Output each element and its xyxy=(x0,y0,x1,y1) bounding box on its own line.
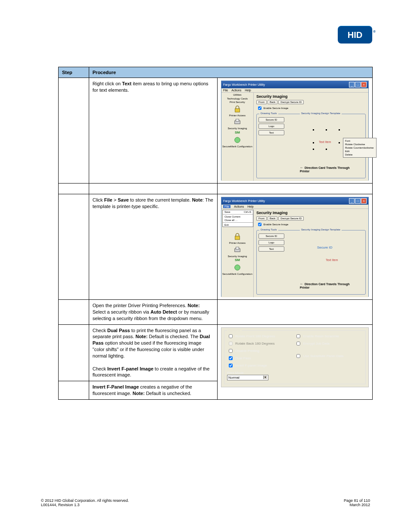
design-template-area[interactable]: Secure ID Text Item ← Direction Card Tra… xyxy=(300,241,363,292)
hid-logo: HID xyxy=(338,26,372,44)
menu-help[interactable]: Help xyxy=(247,205,253,208)
blank-shot xyxy=(217,184,372,194)
ctx-rotate-cw[interactable]: Rotate Clockwise xyxy=(344,143,375,146)
ctx-edit[interactable]: Edit xyxy=(344,149,375,153)
maximize-icon[interactable]: □ xyxy=(355,82,361,87)
tab-front[interactable]: Front xyxy=(256,216,267,221)
enable-secure-image[interactable]: Enable Secure Image xyxy=(256,223,288,226)
sm-icon: SM xyxy=(235,258,240,262)
menu-help[interactable]: Help xyxy=(245,89,251,92)
screenshot-9 xyxy=(217,300,372,325)
step-8: 8 xyxy=(59,194,89,300)
lock-icon xyxy=(234,233,241,240)
text: to store the current template. xyxy=(129,197,192,202)
drawing-tools-legend: Drawing Tools xyxy=(259,228,278,231)
sb-print-security[interactable]: Print Security xyxy=(230,101,245,104)
design-template-area[interactable]: Text Item Font Rotate Clockwise Rotate C… xyxy=(300,125,363,175)
footer-right: Page 81 of 110 March 2012 xyxy=(344,498,370,507)
ctx-font[interactable]: Font xyxy=(344,139,375,143)
text-bold: Dual Pass xyxy=(107,328,130,333)
opt-invert-fpanel[interactable]: Invert F-panel Image xyxy=(227,362,295,369)
print-mode-label: Print Mode xyxy=(227,371,363,375)
enable-secure-image[interactable]: Enable Secure Image xyxy=(256,107,288,109)
menubar: File Actions Help xyxy=(221,88,368,93)
sb-printer-access[interactable]: Printer Access xyxy=(229,114,246,117)
logo-button[interactable]: Logo xyxy=(258,240,284,245)
opt-enable-resin[interactable]: Enable Resin Scramble xyxy=(295,333,363,340)
opt-dual-pass[interactable]: Dual Pass xyxy=(227,355,295,362)
menu-actions[interactable]: Actions xyxy=(234,205,244,208)
select-value: Normal xyxy=(228,376,240,380)
text-button[interactable]: Text xyxy=(258,246,284,252)
text: Right click on xyxy=(93,81,122,86)
tab-decrypt[interactable]: Decrypt Secure ID xyxy=(278,216,304,221)
content-title: Security Imaging xyxy=(256,94,366,99)
screenshot-10-11: Options Rotate Front 180 Degrees Rotate … xyxy=(217,324,372,399)
blank-proc xyxy=(89,184,217,194)
text: Default is checked. The xyxy=(148,334,200,339)
text-button[interactable]: Text xyxy=(258,130,284,135)
template-legend: Security Imaging Design Template xyxy=(300,112,342,115)
sb-security-imaging[interactable]: Security Imaging xyxy=(228,127,247,130)
step-7: 7 xyxy=(59,78,89,184)
text: Click xyxy=(93,197,104,202)
file-save[interactable]: SaveCtrl+S xyxy=(223,210,253,214)
proc-7: Right click on Text item areas to bring … xyxy=(89,78,217,184)
text-bold: Invert F-panel Image xyxy=(107,366,153,371)
arrow-left-icon: ← xyxy=(300,165,304,170)
close-icon[interactable]: × xyxy=(361,198,367,204)
proc-9: Open the printer Driver Printing Prefere… xyxy=(89,300,217,325)
context-menu[interactable]: Font Rotate Clockwise Rotate Countercloc… xyxy=(343,138,377,158)
chk-label: Enable Secure Image xyxy=(264,107,289,109)
svg-point-3 xyxy=(235,137,240,143)
opt-disable-printing[interactable]: Disable Printing xyxy=(227,347,295,355)
opt-rotate-front[interactable]: Rotate Front 180 Degrees xyxy=(227,333,295,340)
file-close-current[interactable]: Close Current xyxy=(223,215,253,218)
sb-tech-cards[interactable]: Technology Cards xyxy=(227,97,248,100)
text-item-label: Text Item xyxy=(319,140,331,143)
file-dropdown[interactable]: SaveCtrl+S Close Current Close all … Exi… xyxy=(222,210,253,227)
menu-actions[interactable]: Actions xyxy=(231,89,241,92)
sb-securemark[interactable]: SecureMark Configuration xyxy=(222,273,252,276)
ctx-delete[interactable]: Delete xyxy=(344,153,375,156)
menu-file[interactable]: File xyxy=(223,89,228,92)
opt-use-substitute[interactable]: Use Substitute Panel Data xyxy=(295,352,363,360)
sm-icon: SM xyxy=(235,131,240,135)
file-close-all[interactable]: Close all … xyxy=(223,218,253,222)
proc-8: Click File > Save to store the current t… xyxy=(89,194,217,300)
tab-back[interactable]: Back xyxy=(268,216,277,221)
tab-back[interactable]: Back xyxy=(268,100,277,104)
secure-id-text: Secure ID xyxy=(317,246,333,249)
tab-front[interactable]: Front xyxy=(256,100,267,104)
menu-file-open[interactable]: File xyxy=(223,205,230,208)
svg-point-7 xyxy=(235,265,240,271)
minimize-icon[interactable]: _ xyxy=(349,198,355,204)
print-mode-select[interactable]: Normal ▾ xyxy=(227,375,268,380)
proc-11: Invert F-Panel Image creates a negative … xyxy=(89,381,217,400)
minimize-icon[interactable]: _ xyxy=(349,82,355,87)
sb-security-imaging[interactable]: Security Imaging xyxy=(228,255,247,258)
green-circle-icon xyxy=(234,136,241,144)
ctx-rotate-ccw[interactable]: Rotate Counterclockwise xyxy=(344,146,375,149)
text-bold: Note xyxy=(192,197,202,202)
secure-id-button[interactable]: Secure ID xyxy=(258,233,284,239)
window-controls: _ □ × xyxy=(349,82,367,87)
text-bold: File xyxy=(104,197,112,202)
header-procedure: Procedure xyxy=(89,67,372,78)
logo-button[interactable]: Logo xyxy=(258,124,284,129)
opt-encrypt-job[interactable]: Encrypt Job Data xyxy=(295,340,363,347)
step-procedure-table: Step Procedure 7 Right click on Text ite… xyxy=(58,67,373,400)
text: Default is unchecked. xyxy=(145,391,191,396)
close-icon[interactable]: × xyxy=(361,82,367,87)
secure-id-button[interactable]: Secure ID xyxy=(258,117,284,122)
maximize-icon[interactable]: □ xyxy=(355,198,361,204)
template-legend: Security Imaging Design Template xyxy=(300,228,342,231)
sb-utilities[interactable]: Utilities xyxy=(233,93,241,96)
file-exit[interactable]: Exit xyxy=(223,223,253,227)
tab-decrypt[interactable]: Decrypt Secure ID xyxy=(278,100,304,104)
sb-securemark[interactable]: SecureMark Configuration xyxy=(222,145,252,148)
opt-rotate-back: Rotate Back 180 Degrees xyxy=(227,340,295,347)
sb-printer-access[interactable]: Printer Access xyxy=(229,242,246,245)
window-title: Fargo Workbench Printer Utility _ □ × xyxy=(221,197,368,205)
text: option should be used if the fluorescing… xyxy=(93,340,204,358)
